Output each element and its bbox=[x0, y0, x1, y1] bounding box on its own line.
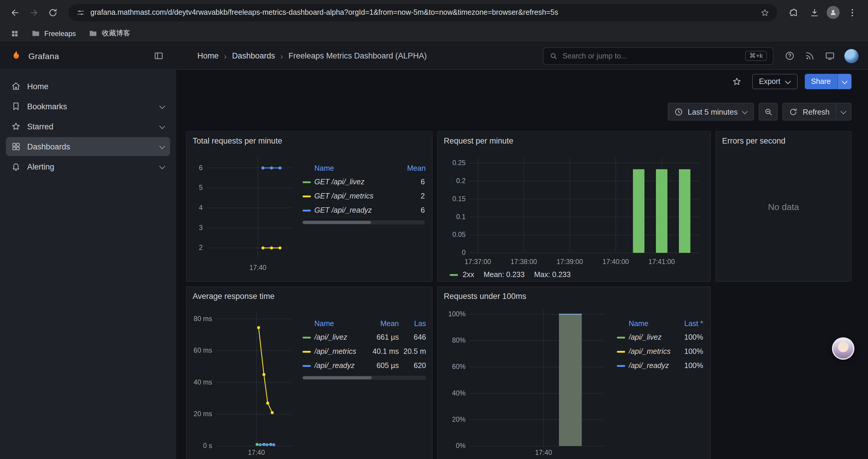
share-menu-button[interactable] bbox=[837, 74, 851, 89]
bookmark-item[interactable]: 收藏博客 bbox=[84, 27, 135, 40]
panel-title[interactable]: Total requests per minute bbox=[187, 132, 432, 146]
legend-table: Name Last * /api/_livez bbox=[617, 317, 703, 458]
url-input[interactable] bbox=[90, 8, 755, 17]
chevron-down-icon[interactable] bbox=[159, 144, 165, 149]
search-input[interactable] bbox=[562, 52, 740, 60]
legend-header-mean[interactable]: Mean bbox=[362, 320, 399, 328]
url-bar[interactable] bbox=[68, 4, 777, 21]
search-shortcut-badge: ⌘+k bbox=[745, 51, 767, 61]
sidebar-item-alerting[interactable]: Alerting bbox=[6, 157, 170, 176]
panel-title[interactable]: Average response time bbox=[187, 287, 432, 302]
panel-title[interactable]: Request per minute bbox=[438, 132, 710, 146]
panel-average-response-time[interactable]: Average response time 80 ms60 ms40 ms20 … bbox=[186, 287, 433, 459]
series-name[interactable]: GET /api/_readyz bbox=[314, 206, 404, 215]
sidebar-item-starred[interactable]: Starred bbox=[6, 117, 170, 136]
share-button[interactable]: Share bbox=[804, 74, 851, 89]
legend-row[interactable]: /api/_livez 661 µs 646 bbox=[303, 330, 426, 345]
downloads-button[interactable] bbox=[805, 4, 823, 21]
panel-requests-under-100ms[interactable]: Requests under 100ms 100%80%60%40%20%0%1… bbox=[437, 287, 711, 459]
legend-header-last[interactable]: Las bbox=[402, 320, 426, 328]
legend-row[interactable]: /api/_readyz 100% bbox=[617, 359, 703, 373]
legend-row[interactable]: GET /api/_metrics 2 bbox=[303, 189, 425, 203]
legend-row[interactable]: GET /api/_readyz 6 bbox=[303, 203, 425, 218]
series-name[interactable]: /api/_readyz bbox=[629, 362, 671, 370]
total-requests-chart[interactable]: 6543217:40 bbox=[191, 149, 297, 273]
panel-title[interactable]: Requests under 100ms bbox=[438, 287, 710, 302]
series-color-dash bbox=[303, 209, 311, 211]
apps-grid-button[interactable] bbox=[7, 26, 23, 40]
svg-text:4: 4 bbox=[199, 204, 203, 211]
bookmark-star-icon[interactable] bbox=[761, 8, 769, 17]
reload-button[interactable] bbox=[44, 4, 61, 21]
legend-row[interactable]: /api/_metrics 40.1 ms 20.5 m bbox=[303, 345, 426, 359]
legend-scrollbar[interactable] bbox=[303, 376, 426, 380]
svg-text:17:40: 17:40 bbox=[249, 264, 267, 271]
requests-under-100ms-chart[interactable]: 100%80%60%40%20%0%17:40 bbox=[442, 303, 611, 458]
user-avatar[interactable] bbox=[844, 49, 859, 63]
sidebar-item-dashboards[interactable]: Dashboards bbox=[6, 137, 170, 156]
sidebar-toggle-button[interactable] bbox=[150, 47, 167, 64]
bookmark-list: Freeleaps 收藏博客 bbox=[26, 27, 135, 40]
chevron-down-icon[interactable] bbox=[159, 104, 165, 109]
export-button[interactable]: Export bbox=[752, 74, 797, 89]
browser-menu-button[interactable] bbox=[843, 4, 861, 21]
legend-header-name[interactable]: Name bbox=[314, 320, 359, 328]
chevron-down-icon[interactable] bbox=[159, 164, 165, 169]
average-response-time-chart[interactable]: 80 ms60 ms40 ms20 ms0 s17:40 bbox=[191, 303, 297, 458]
legend-scrollbar[interactable] bbox=[303, 220, 425, 225]
series-name[interactable]: 2xx bbox=[463, 270, 474, 279]
news-button[interactable] bbox=[804, 51, 815, 61]
panel-errors-per-second[interactable]: Errors per second No data bbox=[716, 131, 851, 282]
legend-row[interactable]: /api/_livez 100% bbox=[617, 330, 703, 345]
refresh-button[interactable]: Refresh bbox=[783, 103, 836, 121]
sidebar-item-label: Home bbox=[27, 82, 49, 91]
series-name[interactable]: GET /api/_metrics bbox=[314, 192, 404, 200]
back-button[interactable] bbox=[6, 4, 24, 21]
request-per-minute-chart[interactable]: 0.250.20.150.10.05017:37:0017:38:0017:39… bbox=[442, 149, 707, 267]
bookmark-item[interactable]: Freeleaps bbox=[26, 27, 81, 40]
legend-row[interactable]: GET /api/_livez 6 bbox=[303, 175, 425, 189]
panel-total-requests[interactable]: Total requests per minute 6543217:40 Nam… bbox=[186, 131, 433, 282]
legend-header-name[interactable]: Name bbox=[629, 320, 671, 328]
breadcrumb-home[interactable]: Home bbox=[197, 52, 219, 60]
series-name[interactable]: GET /api/_livez bbox=[314, 178, 404, 186]
svg-text:40 ms: 40 ms bbox=[193, 379, 212, 386]
panel-title[interactable]: Errors per second bbox=[716, 132, 851, 146]
series-name[interactable]: /api/_metrics bbox=[629, 347, 671, 356]
scrollbar-thumb[interactable] bbox=[303, 221, 371, 224]
legend-header-name[interactable]: Name bbox=[314, 164, 334, 172]
chevron-down-icon[interactable] bbox=[159, 124, 165, 129]
scrollbar-thumb[interactable] bbox=[303, 376, 372, 379]
refresh-interval-button[interactable] bbox=[836, 103, 851, 121]
site-info-icon[interactable] bbox=[76, 8, 85, 17]
display-button[interactable] bbox=[824, 51, 835, 61]
series-name[interactable]: /api/_readyz bbox=[314, 362, 359, 370]
grafana-logo[interactable] bbox=[9, 49, 23, 62]
share-label[interactable]: Share bbox=[804, 74, 837, 89]
profile-button[interactable] bbox=[827, 6, 840, 19]
floating-assistant-avatar[interactable] bbox=[832, 337, 855, 360]
home-icon bbox=[11, 81, 21, 91]
sidebar-item-bookmarks[interactable]: Bookmarks bbox=[6, 97, 170, 116]
series-last: 100% bbox=[675, 362, 703, 370]
sidebar-item-home[interactable]: Home bbox=[6, 77, 170, 96]
legend-header-mean[interactable]: Mean bbox=[407, 164, 425, 172]
favorite-dashboard-button[interactable] bbox=[728, 73, 745, 90]
series-name[interactable]: /api/_metrics bbox=[314, 347, 359, 356]
legend-header-last[interactable]: Last * bbox=[675, 320, 703, 328]
extensions-button[interactable] bbox=[784, 4, 802, 21]
svg-text:17:40: 17:40 bbox=[535, 449, 552, 456]
time-range-picker[interactable]: Last 5 minutes bbox=[668, 103, 754, 121]
forward-button[interactable] bbox=[25, 4, 42, 21]
breadcrumb-dashboards[interactable]: Dashboards bbox=[232, 52, 275, 60]
legend-row[interactable]: /api/_metrics 100% bbox=[617, 345, 703, 359]
help-button[interactable] bbox=[784, 51, 795, 61]
series-name[interactable]: /api/_livez bbox=[629, 333, 671, 341]
series-name[interactable]: /api/_livez bbox=[314, 333, 359, 341]
search-box[interactable]: ⌘+k bbox=[543, 47, 773, 65]
panel-request-per-minute[interactable]: Request per minute 0.250.20.150.10.05017… bbox=[437, 131, 711, 282]
zoom-out-button[interactable] bbox=[759, 103, 778, 121]
svg-text:100%: 100% bbox=[448, 310, 466, 318]
bell-icon bbox=[11, 162, 21, 171]
legend-row[interactable]: /api/_readyz 605 µs 620 bbox=[303, 359, 426, 373]
